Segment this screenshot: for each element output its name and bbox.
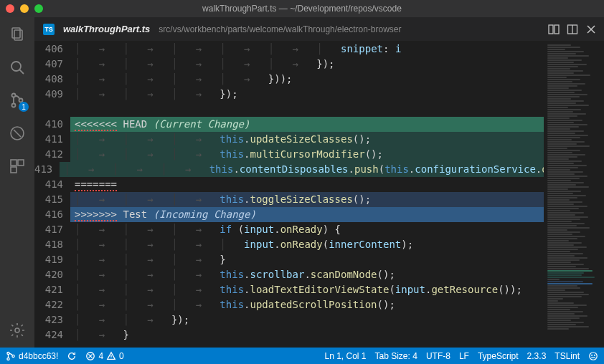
line-number: 424 bbox=[34, 327, 70, 343]
settings-icon[interactable] bbox=[7, 320, 27, 340]
line-number: 420 bbox=[34, 267, 70, 282]
svg-point-12 bbox=[15, 328, 19, 332]
conflict-header-incoming: >>>>>>> Test (Incoming Change) bbox=[70, 207, 544, 222]
svg-line-3 bbox=[20, 70, 24, 75]
code-line: │ → │ → │ → this.loadTextEditorViewState… bbox=[70, 282, 544, 297]
line-number: 409 bbox=[34, 87, 70, 102]
activity-bar: 1 bbox=[0, 17, 34, 348]
extensions-icon[interactable] bbox=[7, 156, 27, 176]
status-tab-size[interactable]: Tab Size: 4 bbox=[375, 351, 417, 361]
status-git-branch[interactable]: d4bbcc63! bbox=[6, 351, 58, 361]
code-line: │ → │ → │ → this.scrollbar.scanDomNode()… bbox=[70, 267, 544, 282]
file-type-badge: TS bbox=[43, 24, 55, 35]
line-number: 421 bbox=[34, 282, 70, 297]
line-number: 413 bbox=[34, 162, 60, 177]
code-line: │ → │ → │ → if (input.onReady) { bbox=[70, 222, 544, 237]
svg-line-8 bbox=[14, 130, 21, 137]
status-eol[interactable]: LF bbox=[459, 351, 469, 361]
status-linter[interactable]: TSLint bbox=[555, 351, 580, 361]
status-sync-icon[interactable] bbox=[67, 351, 77, 361]
debug-icon[interactable] bbox=[7, 123, 27, 143]
code-line: │ → │ → │ → this.toggleSizeClasses(); bbox=[70, 192, 544, 207]
status-problems[interactable]: 4 0 bbox=[85, 351, 123, 361]
status-ts-version[interactable]: 2.3.3 bbox=[527, 351, 547, 361]
svg-point-5 bbox=[12, 104, 16, 107]
svg-rect-11 bbox=[11, 167, 16, 173]
merge-codelens: Accept Current Change | Accept Incoming … bbox=[70, 102, 544, 115]
svg-rect-13 bbox=[549, 25, 553, 34]
svg-point-20 bbox=[7, 358, 9, 360]
code-line: │ → } bbox=[70, 327, 544, 343]
editor-tab-path: src/vs/workbench/parts/welcome/walkThrou… bbox=[159, 24, 401, 34]
code-line: │ → │ → │ → this.updatedScrollPosition()… bbox=[70, 297, 544, 312]
svg-point-26 bbox=[590, 352, 598, 360]
line-number: 415 bbox=[34, 192, 70, 207]
explorer-icon[interactable] bbox=[7, 24, 27, 44]
line-number: 414 bbox=[34, 177, 70, 192]
code-line: │ → │ → }); bbox=[70, 312, 544, 327]
conflict-header-current: <<<<<<< HEAD (Current Change) bbox=[70, 117, 544, 132]
split-editor-icon[interactable] bbox=[567, 24, 578, 35]
svg-rect-1 bbox=[14, 30, 22, 40]
close-editor-icon[interactable] bbox=[585, 24, 597, 35]
workbench-shell: 1 TS walkThroughPart.ts src/vs/workbench… bbox=[0, 17, 604, 348]
code-line: │ → │ → │ → this.contentDisposables.push… bbox=[60, 162, 544, 177]
svg-point-28 bbox=[594, 355, 595, 355]
title-bar: walkThroughPart.ts — ~/Development/repos… bbox=[0, 0, 604, 17]
code-line: │ → │ → │ → │ → │ → │ snippet: i bbox=[70, 42, 544, 57]
line-number: 417 bbox=[34, 222, 70, 237]
svg-point-4 bbox=[12, 94, 16, 97]
status-bar: d4bbcc63! 4 0 Ln 1, Col 1 Tab Size: 4 UT… bbox=[0, 348, 604, 364]
search-icon[interactable] bbox=[7, 57, 27, 77]
line-number: 419 bbox=[34, 252, 70, 267]
status-feedback-icon[interactable] bbox=[588, 351, 598, 361]
status-cursor-position[interactable]: Ln 1, Col 1 bbox=[324, 351, 366, 361]
code-line: │ → │ → │ → │ → │ → }); bbox=[70, 57, 544, 72]
minimap[interactable] bbox=[544, 42, 604, 348]
compare-diff-icon[interactable] bbox=[548, 24, 560, 35]
line-number: 411 bbox=[34, 132, 70, 147]
svg-rect-0 bbox=[12, 28, 20, 38]
code-line: │ → │ → │ → │ input.onReady(innerContent… bbox=[70, 237, 544, 252]
line-number: 408 bbox=[34, 72, 70, 87]
conflict-separator: ======= bbox=[70, 177, 544, 192]
code-editor[interactable]: 406│ → │ → │ → │ → │ → │ snippet: i 407│… bbox=[34, 42, 604, 348]
editor-area: TS walkThroughPart.ts src/vs/workbench/p… bbox=[34, 17, 604, 348]
code-line: │ → │ → │ → │ → })); bbox=[70, 72, 544, 87]
svg-point-27 bbox=[592, 355, 593, 355]
code-line: │ → │ → │ → this.updateSizeClasses(); bbox=[70, 132, 544, 147]
line-number: 422 bbox=[34, 297, 70, 312]
svg-rect-14 bbox=[555, 25, 559, 34]
code-line: │ → │ → │ → } bbox=[70, 252, 544, 267]
window-title: walkThroughPart.ts — ~/Development/repos… bbox=[0, 4, 604, 14]
source-control-icon[interactable]: 1 bbox=[7, 90, 27, 110]
svg-point-19 bbox=[7, 352, 9, 354]
code-line: │ → │ → │ → this.multiCursorModifier(); bbox=[70, 147, 544, 162]
line-number: 412 bbox=[34, 147, 70, 162]
svg-point-2 bbox=[11, 62, 21, 71]
line-number: 410 bbox=[34, 117, 70, 132]
tab-bar: TS walkThroughPart.ts src/vs/workbench/p… bbox=[34, 17, 604, 42]
editor-tab-filename[interactable]: walkThroughPart.ts bbox=[63, 24, 150, 34]
svg-rect-9 bbox=[11, 160, 16, 166]
status-encoding[interactable]: UTF-8 bbox=[426, 351, 450, 361]
code-line: │ → │ → │ → }); bbox=[70, 87, 544, 102]
line-number: 423 bbox=[34, 312, 70, 327]
svg-rect-10 bbox=[18, 160, 24, 166]
line-number: 418 bbox=[34, 237, 70, 252]
line-number: 407 bbox=[34, 57, 70, 72]
status-language-mode[interactable]: TypeScript bbox=[478, 351, 519, 361]
line-number: 406 bbox=[34, 42, 70, 57]
scm-badge: 1 bbox=[19, 102, 29, 112]
editor-tab-actions bbox=[548, 24, 604, 35]
line-number: 416 bbox=[34, 207, 70, 222]
